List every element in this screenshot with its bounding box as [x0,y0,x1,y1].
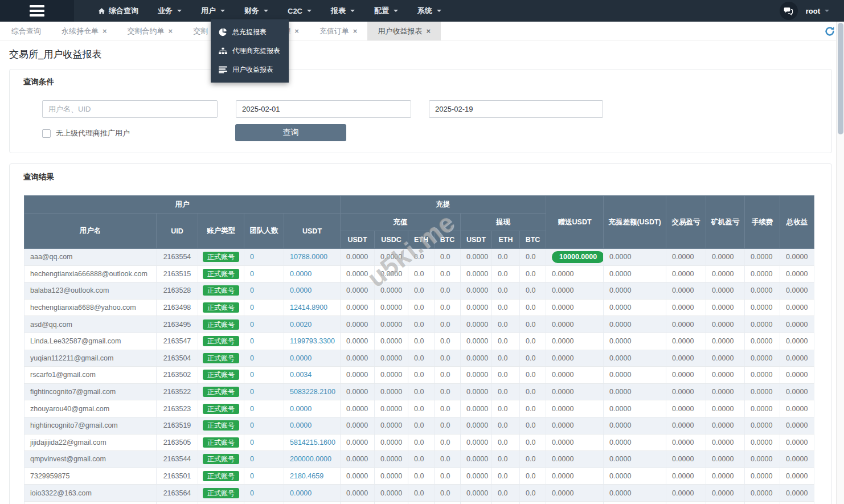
usdt-balance-link[interactable]: 0.0000 [290,286,312,294]
team-count-link[interactable]: 0 [250,472,254,480]
account-type-badge: 正式账号 [203,353,239,363]
close-icon[interactable]: × [426,27,431,35]
team-count-link[interactable]: 0 [250,270,254,278]
team-count-link[interactable]: 0 [250,489,254,497]
nav-item-overview[interactable]: 综合查询 [90,0,146,22]
search-button[interactable]: 查询 [235,124,346,141]
scrollbar-thumb[interactable] [838,23,843,134]
close-icon[interactable]: × [294,27,299,35]
cell-recharge-eth: 0.0 [408,417,435,434]
nav-item-business[interactable]: 业务 [150,0,190,22]
nav-item-user[interactable]: 用户 [193,0,233,22]
close-icon[interactable]: × [103,27,107,35]
tab-recharge-orders[interactable]: 充值订单× [309,22,368,40]
no-agent-checkbox[interactable] [42,129,51,138]
usdt-balance-link[interactable]: 0.0000 [290,421,312,429]
usdt-balance-link[interactable]: 5814215.1600 [290,439,335,446]
chevron-down-icon [394,10,398,12]
nav-item-system[interactable]: 系统 [409,0,449,22]
cell-team-count: 0 [244,299,284,316]
keyword-input[interactable] [42,100,218,118]
usdt-balance-link[interactable]: 0.0000 [290,405,312,413]
tab-overview-query[interactable]: 综合查询 [1,22,51,40]
team-count-link[interactable]: 0 [250,388,254,396]
usdt-balance-link[interactable]: 0.0000 [290,270,312,278]
tab-perpetual-positions[interactable]: 永续持仓单× [51,22,117,40]
col-trade-pnl: 交易盈亏 [666,196,706,249]
usdt-balance-link[interactable]: 5083228.2100 [290,388,335,396]
usdt-balance-link[interactable]: 0.0034 [290,371,312,379]
tab-user-income-report[interactable]: 用户收益报表× [367,22,441,40]
cell-account-type: 正式账号 [198,282,244,300]
chevron-down-icon [350,10,355,12]
user-menu[interactable]: root [806,7,829,15]
cell-withdraw-eth: 0.0 [492,434,520,451]
cell-team-count: 0 [244,316,284,333]
tab-delivery-contracts[interactable]: 交割合约单× [117,22,183,40]
cell-team-count: 0 [244,485,284,502]
team-count-link[interactable]: 0 [250,405,254,413]
nav-item-c2c[interactable]: C2C [280,0,319,22]
cell-bonus-usdt: 0.0000 [546,350,604,367]
nav-item-config[interactable]: 配置 [366,0,406,22]
account-type-badge: 正式账号 [203,488,239,498]
cell-total-income: 0.0000 [780,451,814,468]
nav-item-finance[interactable]: 财务 [236,0,276,22]
chat-button[interactable] [780,2,798,20]
cell-usdt-balance: 0.0034 [284,367,341,384]
usdt-balance-link[interactable]: 0.0000 [290,489,312,497]
cell-account-type: 正式账号 [198,501,244,504]
date-to-input[interactable] [429,100,603,118]
nav-label: C2C [288,7,302,15]
team-count-link[interactable]: 0 [250,337,254,345]
usdt-balance-link[interactable]: 200000.0000 [290,455,331,463]
usdt-balance-link[interactable]: 2180.4659 [290,472,323,480]
date-from-input[interactable] [236,100,411,118]
team-count-link[interactable]: 0 [250,439,254,446]
usdt-balance-link[interactable]: 0.0000 [290,354,312,362]
page-scrollbar[interactable] [836,22,844,504]
cell-usdt-balance: 200000.0000 [284,451,341,468]
menu-item-agent-recharge-report[interactable]: 代理商充提报表 [211,42,289,60]
cell-usdt-balance: 0.0000 [284,282,341,300]
cell-trade-pnl: 0.0000 [666,367,706,384]
bonus-value: 0.0000 [552,286,573,294]
cell-recharge-usdc: 0.0000 [375,501,408,504]
usdt-balance-link[interactable]: 12414.8900 [290,304,327,312]
usdt-balance-link[interactable]: 0.0020 [290,321,312,329]
team-count-link[interactable]: 0 [250,354,254,362]
usdt-balance-link[interactable]: 1199793.3300 [290,337,335,345]
usdt-balance-link[interactable]: 10788.0000 [290,253,327,261]
cell-account-type: 正式账号 [198,265,244,282]
cell-usdt-balance: 0.0000 [284,501,341,504]
cell-recharge-btc: 0.0 [435,316,461,333]
cell-username: jlzxc04@outlook.com [24,501,157,504]
cell-recharge-btc: 0.0 [435,265,461,282]
cell-bonus-usdt: 0.0000 [546,282,604,300]
nav-item-reports[interactable]: 报表 [323,0,363,22]
cell-withdraw-usdt: 0.0000 [461,282,492,300]
team-count-link[interactable]: 0 [250,286,254,294]
cell-flow-diff: 0.0000 [604,249,666,266]
close-icon[interactable]: × [353,27,358,35]
cell-team-count: 0 [244,367,284,384]
cell-withdraw-eth: 0.0 [492,451,520,468]
top-navbar: 综合查询 业务 用户 财务 C2C 报表 配置 系统 root [0,0,844,22]
cell-fee: 0.0000 [745,350,780,367]
menu-item-total-recharge-report[interactable]: 总充提报表 [211,23,289,42]
no-agent-filter[interactable]: 无上级代理商推广用户 [42,128,130,138]
refresh-button[interactable] [825,26,835,36]
cell-miner-pnl: 0.0000 [706,400,745,417]
close-icon[interactable]: × [169,27,173,35]
team-count-link[interactable]: 0 [250,304,254,312]
cell-miner-pnl: 0.0000 [706,434,745,451]
menu-item-user-income-report[interactable]: 用户收益报表 [211,60,289,79]
team-count-link[interactable]: 0 [250,371,254,379]
team-count-link[interactable]: 0 [250,321,254,329]
cell-recharge-usdt: 0.0000 [341,468,375,485]
team-count-link[interactable]: 0 [250,253,254,261]
sidebar-toggle[interactable] [0,0,74,22]
table-row: hechengtianxia6688@yahoo.com 2163498 正式账… [24,299,814,316]
team-count-link[interactable]: 0 [250,421,254,429]
team-count-link[interactable]: 0 [250,455,254,463]
